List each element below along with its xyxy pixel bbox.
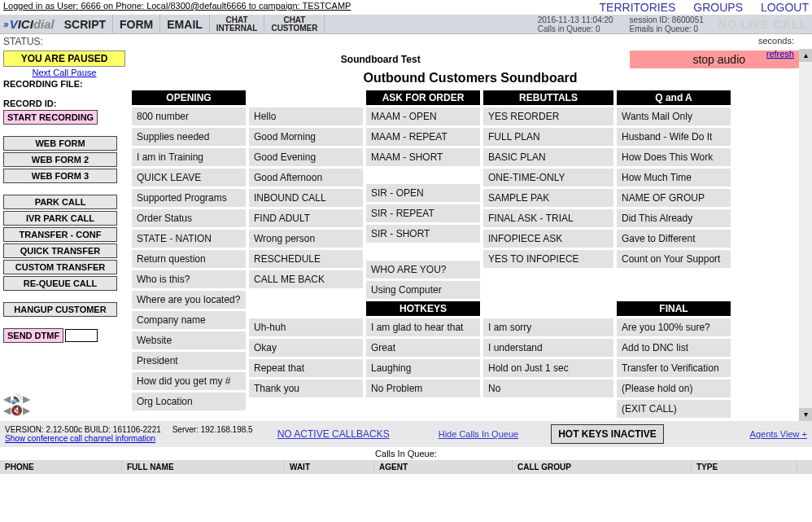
qa-btn-7[interactable]: Return question bbox=[132, 250, 246, 268]
qa-btn-3[interactable]: QUICK LEAVE bbox=[132, 169, 246, 186]
hot2-btn-0[interactable]: I am glad to hear that bbox=[366, 318, 480, 336]
reb-btn-5[interactable]: Did This Already bbox=[617, 209, 731, 227]
hot3-btn-0[interactable]: I am sorry bbox=[483, 318, 613, 336]
hot1-btn-1[interactable]: Okay bbox=[249, 339, 363, 357]
tab-email[interactable]: EMAIL bbox=[160, 15, 210, 33]
no-active-callbacks-link[interactable]: NO ACTIVE CALLBACKS bbox=[277, 428, 390, 440]
custom-transfer-button[interactable]: CUSTOM TRANSFER bbox=[3, 260, 117, 274]
hot2-btn-1[interactable]: Great bbox=[366, 339, 480, 357]
hot1-btn-2[interactable]: Repeat that bbox=[249, 359, 363, 377]
qa-btn-13[interactable]: How did you get my # bbox=[132, 372, 246, 390]
ask-btn-5[interactable]: FINAL ASK - TRIAL bbox=[483, 209, 613, 227]
qa-btn-10[interactable]: Company name bbox=[132, 311, 246, 329]
hide-calls-link[interactable]: Hide Calls In Queue bbox=[439, 429, 518, 439]
reb-btn-1[interactable]: Husband - Wife Do It bbox=[617, 128, 731, 146]
hot1-btn-0[interactable]: Uh-huh bbox=[249, 318, 363, 336]
who-btn-0[interactable]: WHO ARE YOU? bbox=[366, 261, 480, 279]
hot2-btn-3[interactable]: No Problem bbox=[366, 379, 480, 397]
scroll-down-icon[interactable]: ▾ bbox=[799, 408, 812, 421]
ask-btn-1[interactable]: FULL PLAN bbox=[483, 128, 613, 146]
opening-btn-8[interactable]: CALL ME BACK bbox=[249, 270, 363, 288]
reb-btn-7[interactable]: Count on Your Support bbox=[617, 250, 731, 268]
tab-chat-internal[interactable]: CHATINTERNAL bbox=[210, 15, 265, 33]
hot1-btn-3[interactable]: Thank you bbox=[249, 379, 363, 397]
login-status: Logged in as User: 6666 on Phone: Local/… bbox=[3, 1, 351, 14]
territories-link[interactable]: TERRITORIES bbox=[600, 1, 676, 14]
tab-chat-customer[interactable]: CHATCUSTOMER bbox=[264, 15, 325, 33]
final-btn-2[interactable]: Transfer to Verification bbox=[617, 359, 731, 377]
ask-btn-7[interactable]: YES TO INFOPIECE bbox=[483, 250, 613, 268]
ask-btn-6[interactable]: INFOPIECE ASK bbox=[483, 230, 613, 248]
volume-controls[interactable]: ◀🔊▶ ◀🔇▶ bbox=[3, 393, 125, 416]
reb-btn-2[interactable]: How Does This Work bbox=[617, 148, 731, 166]
web-form-3-button[interactable]: WEB FORM 3 bbox=[3, 169, 117, 183]
dtmf-input[interactable] bbox=[65, 329, 98, 342]
maam-btn-1[interactable]: MAAM - REPEAT bbox=[366, 128, 480, 146]
tab-form[interactable]: FORM bbox=[113, 15, 160, 33]
groups-link[interactable]: GROUPS bbox=[693, 1, 743, 14]
who-btn-1[interactable]: Using Computer bbox=[366, 281, 480, 299]
qa-btn-11[interactable]: Website bbox=[132, 331, 246, 349]
logout-link[interactable]: LOGOUT bbox=[761, 1, 809, 14]
header-session-block: session ID: 8600051 Emails in Queue: 0 bbox=[630, 15, 704, 33]
send-dtmf-button[interactable]: SEND DTMF bbox=[3, 328, 63, 343]
hot3-btn-3[interactable]: No bbox=[483, 379, 613, 397]
hot3-btn-1[interactable]: I understand bbox=[483, 339, 613, 357]
requeue-call-button[interactable]: RE-QUEUE CALL bbox=[3, 276, 117, 291]
maam-btn-0[interactable]: MAAM - OPEN bbox=[366, 107, 480, 125]
reb-btn-4[interactable]: NAME OF GROUP bbox=[617, 189, 731, 207]
next-call-pause-link[interactable]: Next Call Pause bbox=[3, 68, 125, 77]
qa-btn-0[interactable]: 800 number bbox=[132, 107, 246, 125]
opening-btn-6[interactable]: Wrong person bbox=[249, 230, 363, 248]
reb-btn-3[interactable]: How Much Time bbox=[617, 169, 731, 186]
refresh-link[interactable]: refresh bbox=[766, 49, 794, 59]
hot3-btn-2[interactable]: Hold on Just 1 sec bbox=[483, 359, 613, 377]
final-btn-4[interactable]: (EXIT CALL) bbox=[617, 400, 731, 418]
opening-btn-5[interactable]: FIND ADULT bbox=[249, 209, 363, 227]
opening-btn-3[interactable]: Good Afternoon bbox=[249, 169, 363, 186]
tab-script[interactable]: SCRIPT bbox=[58, 15, 113, 33]
opening-btn-1[interactable]: Good Morning bbox=[249, 128, 363, 146]
maam-btn-2[interactable]: MAAM - SHORT bbox=[366, 148, 480, 166]
agents-view-link[interactable]: Agents View + bbox=[750, 429, 807, 439]
sir-btn-1[interactable]: SIR - REPEAT bbox=[366, 204, 480, 222]
qa-btn-14[interactable]: Org Location bbox=[132, 393, 246, 410]
ask-btn-4[interactable]: SAMPLE PAK bbox=[483, 189, 613, 207]
qa-btn-2[interactable]: I am in Training bbox=[132, 148, 246, 166]
quick-transfer-button[interactable]: QUICK TRANSFER bbox=[3, 243, 117, 258]
final-header: FINAL bbox=[617, 301, 731, 316]
final-btn-1[interactable]: Add to DNC list bbox=[617, 339, 731, 357]
hot2-btn-2[interactable]: Laughing bbox=[366, 359, 480, 377]
opening-btn-4[interactable]: INBOUND CALL bbox=[249, 189, 363, 207]
recording-file-label: RECORDING FILE: bbox=[3, 79, 125, 89]
conf-channel-link[interactable]: Show conference call channel information bbox=[5, 434, 155, 443]
qa-btn-1[interactable]: Supplies needed bbox=[132, 128, 246, 146]
web-form-2-button[interactable]: WEB FORM 2 bbox=[3, 152, 117, 167]
ask-btn-3[interactable]: ONE-TIME-ONLY bbox=[483, 169, 613, 186]
hangup-customer-button[interactable]: HANGUP CUSTOMER bbox=[3, 302, 117, 317]
final-btn-3[interactable]: (Please hold on) bbox=[617, 379, 731, 397]
sir-btn-2[interactable]: SIR - SHORT bbox=[366, 225, 480, 243]
web-form-button[interactable]: WEB FORM bbox=[3, 136, 117, 151]
ask-btn-0[interactable]: YES REORDER bbox=[483, 107, 613, 125]
reb-btn-0[interactable]: Wants Mail Only bbox=[617, 107, 731, 125]
reb-btn-6[interactable]: Gave to Different bbox=[617, 230, 731, 248]
opening-btn-0[interactable]: Hello bbox=[249, 107, 363, 125]
transfer-conf-button[interactable]: TRANSFER - CONF bbox=[3, 227, 117, 242]
qa-btn-4[interactable]: Supported Programs bbox=[132, 189, 246, 207]
qa-btn-9[interactable]: Where are you located? bbox=[132, 291, 246, 309]
ivr-park-call-button[interactable]: IVR PARK CALL bbox=[3, 211, 117, 226]
sir-btn-0[interactable]: SIR - OPEN bbox=[366, 184, 480, 202]
qa-btn-5[interactable]: Order Status bbox=[132, 209, 246, 227]
scroll-up-icon[interactable]: ▴ bbox=[799, 49, 812, 62]
qa-btn-12[interactable]: President bbox=[132, 352, 246, 370]
ask-btn-2[interactable]: BASIC PLAN bbox=[483, 148, 613, 166]
opening-btn-7[interactable]: RESCHEDULE bbox=[249, 250, 363, 268]
hotkeys-inactive-box[interactable]: HOT KEYS INACTIVE bbox=[551, 424, 664, 444]
qa-btn-8[interactable]: Who is this? bbox=[132, 270, 246, 288]
final-btn-0[interactable]: Are you 100% sure? bbox=[617, 318, 731, 336]
qa-btn-6[interactable]: STATE - NATION bbox=[132, 230, 246, 248]
start-recording-button[interactable]: START RECORDING bbox=[3, 110, 98, 125]
opening-btn-2[interactable]: Good Evening bbox=[249, 148, 363, 166]
park-call-button[interactable]: PARK CALL bbox=[3, 195, 117, 209]
